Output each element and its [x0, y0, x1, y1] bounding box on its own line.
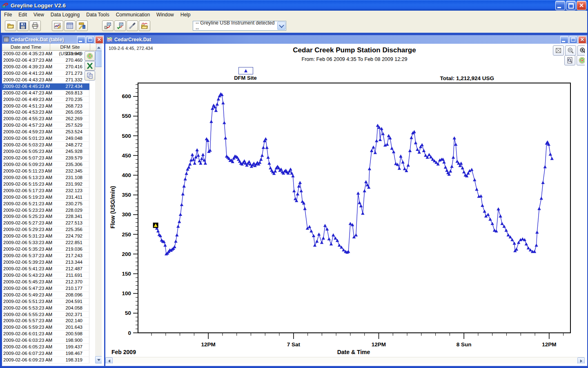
table-row[interactable]: 2009-02-06 4:37:23 AM270.460 [2, 57, 95, 64]
table-row[interactable]: 2009-02-06 4:47:23 AM269.813 [2, 90, 95, 96]
copy-data-button[interactable] [85, 71, 95, 81]
table-row[interactable]: 2009-02-06 5:09:23 AM235.306 [2, 162, 95, 168]
site-properties-button[interactable] [76, 20, 88, 31]
dropdown-arrow-button[interactable] [277, 22, 285, 30]
table-row[interactable]: 2009-02-06 6:01:23 AM200.598 [2, 331, 95, 337]
menu-item-edit[interactable]: Edit [15, 11, 30, 18]
chart-realtime-target-button[interactable] [577, 55, 585, 65]
realtime-target-button[interactable] [85, 51, 95, 61]
open-logged-file-button[interactable] [139, 20, 150, 31]
chart-print-preview-button[interactable] [564, 55, 575, 65]
table-row[interactable]: 2009-02-06 5:53:23 AM204.058 [2, 305, 95, 312]
menu-item-help[interactable]: Help [177, 11, 194, 18]
table-row[interactable]: 2009-02-06 5:47:23 AM210.177 [2, 285, 95, 292]
table-row[interactable]: 2009-02-06 6:07:23 AM198.467 [2, 350, 95, 357]
table-row[interactable]: 2009-02-06 5:51:23 AM204.591 [2, 298, 95, 305]
table-row[interactable]: 2009-02-06 5:11:23 AM232.345 [2, 168, 95, 175]
menu-item-window[interactable]: Window [153, 11, 177, 18]
table-row[interactable]: 2009-02-06 5:19:23 AM231.411 [2, 194, 95, 201]
scroll-down-button[interactable] [95, 356, 102, 364]
table-row[interactable]: 2009-02-06 5:41:23 AM212.487 [2, 266, 95, 272]
chart-zoom-in-button[interactable] [577, 45, 585, 56]
download-site-button[interactable] [102, 20, 114, 31]
cell-flow-value: 272.434 [50, 83, 89, 90]
table-row[interactable]: 2009-02-06 4:55:23 AM262.269 [2, 116, 95, 122]
table-row[interactable]: 2009-02-06 5:59:23 AM201.643 [2, 324, 95, 331]
save-file-button[interactable] [17, 20, 29, 31]
table-row[interactable]: 2009-02-06 4:45:23 AM272.434 [2, 83, 95, 90]
scroll-right-button[interactable] [577, 357, 585, 364]
table-row[interactable]: 2009-02-06 5:33:23 AM222.851 [2, 240, 95, 246]
open-file-button[interactable] [5, 20, 16, 31]
table-row[interactable]: 2009-02-06 5:23:23 AM228.029 [2, 207, 95, 214]
table-row[interactable]: 2009-02-06 4:57:23 AM257.529 [2, 122, 95, 129]
table-row[interactable]: 2009-02-06 5:15:23 AM231.992 [2, 181, 95, 188]
view-table-button[interactable] [64, 20, 76, 31]
table-row[interactable]: 2009-02-06 6:05:23 AM199.437 [2, 344, 95, 350]
table-row[interactable]: 2009-02-06 4:51:23 AM268.723 [2, 103, 95, 110]
table-row[interactable]: 2009-02-06 6:03:23 AM198.900 [2, 337, 95, 344]
table-row[interactable]: 2009-02-06 4:39:23 AM270.416 [2, 64, 95, 70]
cell-flow-value: 204.591 [50, 298, 89, 305]
table-row[interactable]: 2009-02-06 5:17:23 AM232.123 [2, 188, 95, 194]
table-window-title-bar[interactable]: CedarCreek.Dat (table) ✕ [2, 35, 104, 44]
menu-item-communication[interactable]: Communication [113, 11, 153, 18]
menu-item-data-logging[interactable]: Data Logging [47, 11, 83, 18]
table-row[interactable]: 2009-02-06 4:43:23 AM271.332 [2, 77, 95, 83]
view-graph-button[interactable] [52, 20, 63, 31]
device-dropdown[interactable]: -- Greyline USB Instrument detected -- [193, 21, 286, 31]
vertical-scroll-thumb[interactable] [95, 51, 102, 67]
table-row[interactable]: 2009-02-06 5:01:23 AM249.048 [2, 135, 95, 142]
table-row[interactable]: 2009-02-06 5:27:23 AM227.513 [2, 220, 95, 227]
minimize-button[interactable] [555, 1, 565, 10]
table-row[interactable]: 2009-02-06 6:09:23 AM198.319 [2, 357, 95, 364]
table-row[interactable]: 2009-02-06 5:45:23 AM212.370 [2, 279, 95, 285]
table-row[interactable]: 2009-02-06 5:37:23 AM217.243 [2, 253, 95, 259]
table-row[interactable]: 2009-02-06 5:29:23 AM225.356 [2, 227, 95, 233]
table-minimize-button[interactable] [77, 36, 85, 44]
export-excel-button[interactable] [85, 61, 95, 71]
cell-datetime: 2009-02-06 5:45:23 AM [2, 279, 50, 285]
cell-flow-value: 213.344 [50, 259, 89, 266]
table-row[interactable]: 2009-02-06 5:21:23 AM230.275 [2, 201, 95, 207]
table-row[interactable]: 2009-02-06 5:39:23 AM213.344 [2, 259, 95, 266]
table-row[interactable]: 2009-02-06 5:03:23 AM248.272 [2, 142, 95, 148]
table-row[interactable]: 2009-02-06 5:49:23 AM208.096 [2, 292, 95, 298]
cell-datetime: 2009-02-06 4:59:23 AM [2, 129, 50, 135]
table-row[interactable]: 2009-02-06 4:59:23 AM253.524 [2, 129, 95, 135]
table-row[interactable]: 2009-02-06 5:07:23 AM239.579 [2, 155, 95, 162]
sensor-direct-button[interactable] [127, 20, 138, 31]
table-row[interactable]: 2009-02-06 5:57:23 AM202.140 [2, 318, 95, 324]
chart-horizontal-scrollbar[interactable] [105, 357, 585, 364]
table-row[interactable]: 2009-02-06 5:05:23 AM245.928 [2, 148, 95, 155]
table-vertical-scrollbar[interactable] [95, 44, 102, 364]
table-row[interactable]: 2009-02-06 5:31:23 AM224.792 [2, 233, 95, 240]
table-row[interactable]: 2009-02-06 5:25:23 AM228.341 [2, 213, 95, 220]
chart-zoom-out-button[interactable] [565, 45, 576, 56]
scroll-left-button[interactable] [105, 357, 113, 364]
table-row[interactable]: 2009-02-06 4:49:23 AM270.235 [2, 96, 95, 103]
column-header-flow[interactable]: DFM Site (USG/min) [50, 44, 90, 51]
close-button[interactable]: ✕ [577, 1, 586, 10]
maximize-button[interactable] [566, 1, 576, 10]
table-maximize-button[interactable] [86, 36, 94, 44]
chart-close-button[interactable]: ✕ [578, 36, 586, 44]
chart-minimize-button[interactable] [560, 36, 568, 44]
download-verify-button[interactable] [114, 20, 126, 31]
chart-zoom-cancel-button[interactable] [553, 45, 564, 56]
menu-item-data-tools[interactable]: Data Tools [83, 11, 112, 18]
flow-plot[interactable]: 05010015020025030035040045050055060012PM… [105, 81, 585, 356]
table-row[interactable]: 2009-02-06 4:41:23 AM271.273 [2, 70, 95, 77]
table-row[interactable]: 2009-02-06 4:53:23 AM265.055 [2, 109, 95, 116]
table-row[interactable]: 2009-02-06 5:35:23 AM219.036 [2, 246, 95, 253]
column-header-datetime[interactable]: Date and Time [2, 44, 50, 51]
print-button[interactable] [29, 20, 41, 31]
chart-maximize-button[interactable] [569, 36, 577, 44]
table-row[interactable]: 2009-02-06 5:43:23 AM211.691 [2, 272, 95, 279]
menu-item-file[interactable]: File [1, 11, 15, 18]
chart-window-title-bar[interactable]: CedarCreek.Dat ✕ [105, 35, 587, 44]
table-row[interactable]: 2009-02-06 5:13:23 AM231.108 [2, 175, 95, 181]
menu-item-view[interactable]: View [30, 11, 47, 18]
table-row[interactable]: 2009-02-06 5:55:23 AM202.371 [2, 312, 95, 318]
table-close-button[interactable]: ✕ [95, 36, 103, 44]
